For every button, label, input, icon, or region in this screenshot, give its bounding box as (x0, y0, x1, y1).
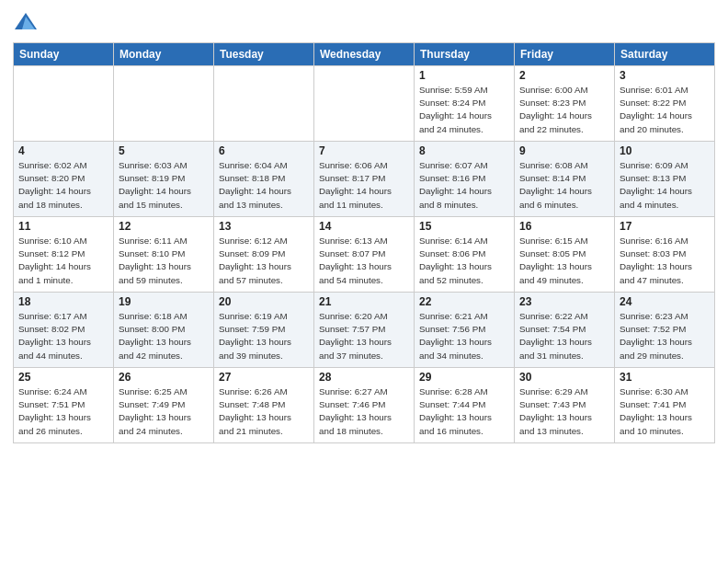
day-info: Sunrise: 6:21 AM Sunset: 7:56 PM Dayligh… (419, 310, 509, 362)
day-number: 9 (519, 144, 609, 157)
calendar-cell: 30Sunrise: 6:29 AM Sunset: 7:43 PM Dayli… (515, 368, 615, 443)
day-number: 17 (620, 220, 710, 233)
page: SundayMondayTuesdayWednesdayThursdayFrid… (0, 0, 728, 563)
day-info: Sunrise: 6:15 AM Sunset: 8:05 PM Dayligh… (519, 235, 609, 287)
calendar-cell (14, 66, 114, 142)
calendar-cell: 5Sunrise: 6:03 AM Sunset: 8:19 PM Daylig… (114, 142, 214, 217)
day-number: 4 (18, 144, 108, 157)
calendar-cell: 4Sunrise: 6:02 AM Sunset: 8:20 PM Daylig… (14, 142, 114, 217)
calendar-cell: 17Sunrise: 6:16 AM Sunset: 8:03 PM Dayli… (615, 217, 715, 293)
calendar-cell: 9Sunrise: 6:08 AM Sunset: 8:14 PM Daylig… (515, 142, 615, 217)
day-number: 26 (119, 371, 209, 384)
day-info: Sunrise: 6:14 AM Sunset: 8:06 PM Dayligh… (419, 235, 509, 287)
day-info: Sunrise: 6:26 AM Sunset: 7:48 PM Dayligh… (219, 385, 309, 438)
header-tuesday: Tuesday (214, 43, 314, 66)
calendar-cell (114, 66, 214, 142)
day-info: Sunrise: 6:18 AM Sunset: 8:00 PM Dayligh… (119, 310, 209, 362)
day-info: Sunrise: 6:09 AM Sunset: 8:13 PM Dayligh… (620, 159, 710, 212)
calendar-cell: 19Sunrise: 6:18 AM Sunset: 8:00 PM Dayli… (114, 293, 214, 368)
calendar-cell: 24Sunrise: 6:23 AM Sunset: 7:52 PM Dayli… (615, 293, 715, 368)
day-number: 12 (119, 220, 209, 233)
calendar-cell: 27Sunrise: 6:26 AM Sunset: 7:48 PM Dayli… (214, 368, 314, 443)
calendar-cell: 15Sunrise: 6:14 AM Sunset: 8:06 PM Dayli… (415, 217, 515, 293)
day-info: Sunrise: 6:12 AM Sunset: 8:09 PM Dayligh… (219, 235, 309, 287)
calendar-cell: 13Sunrise: 6:12 AM Sunset: 8:09 PM Dayli… (214, 217, 314, 293)
day-number: 11 (18, 220, 108, 233)
day-info: Sunrise: 6:17 AM Sunset: 8:02 PM Dayligh… (18, 310, 108, 362)
calendar-cell: 7Sunrise: 6:06 AM Sunset: 8:17 PM Daylig… (314, 142, 415, 217)
calendar-cell: 31Sunrise: 6:30 AM Sunset: 7:41 PM Dayli… (615, 368, 715, 443)
day-info: Sunrise: 6:11 AM Sunset: 8:10 PM Dayligh… (119, 235, 209, 287)
day-number: 3 (620, 69, 710, 82)
calendar-cell: 20Sunrise: 6:19 AM Sunset: 7:59 PM Dayli… (214, 293, 314, 368)
day-number: 29 (419, 371, 509, 384)
header-thursday: Thursday (415, 43, 515, 66)
calendar-cell: 2Sunrise: 6:00 AM Sunset: 8:23 PM Daylig… (515, 66, 615, 142)
calendar-cell: 1Sunrise: 5:59 AM Sunset: 8:24 PM Daylig… (415, 66, 515, 142)
calendar-cell: 28Sunrise: 6:27 AM Sunset: 7:46 PM Dayli… (314, 368, 415, 443)
calendar-cell: 18Sunrise: 6:17 AM Sunset: 8:02 PM Dayli… (14, 293, 114, 368)
day-number: 1 (419, 69, 509, 82)
week-row-0: 1Sunrise: 5:59 AM Sunset: 8:24 PM Daylig… (14, 66, 715, 142)
header-friday: Friday (515, 43, 615, 66)
header (13, 9, 715, 35)
day-number: 13 (219, 220, 309, 233)
day-info: Sunrise: 6:25 AM Sunset: 7:49 PM Dayligh… (119, 385, 209, 438)
day-info: Sunrise: 6:19 AM Sunset: 7:59 PM Dayligh… (219, 310, 309, 362)
day-number: 24 (620, 295, 710, 308)
calendar-cell: 8Sunrise: 6:07 AM Sunset: 8:16 PM Daylig… (415, 142, 515, 217)
day-number: 6 (219, 144, 309, 157)
calendar-cell: 23Sunrise: 6:22 AM Sunset: 7:54 PM Dayli… (515, 293, 615, 368)
week-row-1: 4Sunrise: 6:02 AM Sunset: 8:20 PM Daylig… (14, 142, 715, 217)
day-number: 23 (519, 295, 609, 308)
day-number: 10 (620, 144, 710, 157)
day-number: 2 (519, 69, 609, 82)
day-number: 19 (119, 295, 209, 308)
calendar-table: SundayMondayTuesdayWednesdayThursdayFrid… (13, 42, 715, 443)
day-info: Sunrise: 6:07 AM Sunset: 8:16 PM Dayligh… (419, 159, 509, 212)
logo-icon (13, 9, 39, 35)
day-number: 14 (319, 220, 409, 233)
day-number: 20 (219, 295, 309, 308)
calendar-cell: 25Sunrise: 6:24 AM Sunset: 7:51 PM Dayli… (14, 368, 114, 443)
day-info: Sunrise: 6:00 AM Sunset: 8:23 PM Dayligh… (519, 84, 609, 136)
calendar-cell: 21Sunrise: 6:20 AM Sunset: 7:57 PM Dayli… (314, 293, 415, 368)
day-info: Sunrise: 6:22 AM Sunset: 7:54 PM Dayligh… (519, 310, 609, 362)
calendar-cell: 12Sunrise: 6:11 AM Sunset: 8:10 PM Dayli… (114, 217, 214, 293)
day-info: Sunrise: 6:02 AM Sunset: 8:20 PM Dayligh… (18, 159, 108, 212)
header-sunday: Sunday (14, 43, 114, 66)
header-monday: Monday (114, 43, 214, 66)
calendar-cell (214, 66, 314, 142)
calendar-cell: 10Sunrise: 6:09 AM Sunset: 8:13 PM Dayli… (615, 142, 715, 217)
day-info: Sunrise: 6:23 AM Sunset: 7:52 PM Dayligh… (620, 310, 710, 362)
calendar-cell: 29Sunrise: 6:28 AM Sunset: 7:44 PM Dayli… (415, 368, 515, 443)
calendar-cell: 26Sunrise: 6:25 AM Sunset: 7:49 PM Dayli… (114, 368, 214, 443)
calendar-cell: 3Sunrise: 6:01 AM Sunset: 8:22 PM Daylig… (615, 66, 715, 142)
calendar-cell: 22Sunrise: 6:21 AM Sunset: 7:56 PM Dayli… (415, 293, 515, 368)
header-wednesday: Wednesday (314, 43, 415, 66)
day-info: Sunrise: 6:30 AM Sunset: 7:41 PM Dayligh… (620, 385, 710, 438)
calendar-cell: 16Sunrise: 6:15 AM Sunset: 8:05 PM Dayli… (515, 217, 615, 293)
day-number: 16 (519, 220, 609, 233)
day-info: Sunrise: 6:01 AM Sunset: 8:22 PM Dayligh… (620, 84, 710, 136)
day-number: 21 (319, 295, 409, 308)
day-number: 8 (419, 144, 509, 157)
day-info: Sunrise: 6:20 AM Sunset: 7:57 PM Dayligh… (319, 310, 409, 362)
day-number: 25 (18, 371, 108, 384)
day-info: Sunrise: 6:27 AM Sunset: 7:46 PM Dayligh… (319, 385, 409, 438)
week-row-3: 18Sunrise: 6:17 AM Sunset: 8:02 PM Dayli… (14, 293, 715, 368)
day-number: 5 (119, 144, 209, 157)
day-info: Sunrise: 6:10 AM Sunset: 8:12 PM Dayligh… (18, 235, 108, 287)
calendar-header-row: SundayMondayTuesdayWednesdayThursdayFrid… (14, 43, 715, 66)
day-info: Sunrise: 6:13 AM Sunset: 8:07 PM Dayligh… (319, 235, 409, 287)
day-info: Sunrise: 5:59 AM Sunset: 8:24 PM Dayligh… (419, 84, 509, 136)
day-number: 22 (419, 295, 509, 308)
day-info: Sunrise: 6:08 AM Sunset: 8:14 PM Dayligh… (519, 159, 609, 212)
header-saturday: Saturday (615, 43, 715, 66)
calendar-cell: 11Sunrise: 6:10 AM Sunset: 8:12 PM Dayli… (14, 217, 114, 293)
day-number: 30 (519, 371, 609, 384)
calendar-cell (314, 66, 415, 142)
day-number: 15 (419, 220, 509, 233)
day-info: Sunrise: 6:29 AM Sunset: 7:43 PM Dayligh… (519, 385, 609, 438)
day-number: 28 (319, 371, 409, 384)
